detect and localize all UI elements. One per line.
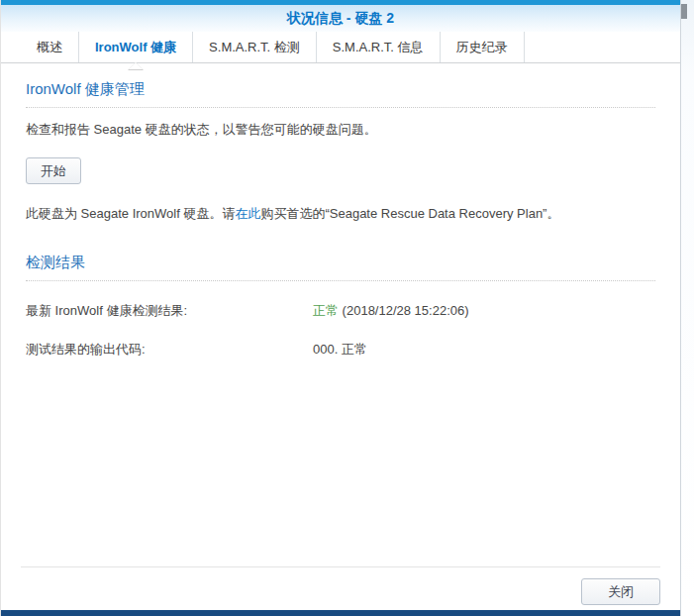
buy-here-link[interactable]: 在此 bbox=[235, 206, 260, 221]
window-right-edge bbox=[680, 0, 694, 616]
promo-text-prefix: 此硬盘为 Seagate IronWolf 硬盘。请 bbox=[26, 206, 235, 221]
latest-result-label: 最新 IronWolf 健康检测结果: bbox=[26, 302, 313, 320]
output-code-value: 000. 正常 bbox=[313, 342, 367, 357]
status-badge: 正常 bbox=[313, 303, 339, 318]
rescue-plan-promo: 此硬盘为 Seagate IronWolf 硬盘。请在此购买首选的“Seagat… bbox=[26, 205, 655, 223]
scrollbar-thumb[interactable] bbox=[681, 4, 687, 19]
tab-label: S.M.A.R.T. 检测 bbox=[209, 40, 300, 54]
start-button[interactable]: 开始 bbox=[26, 157, 81, 184]
dialog-titlebar[interactable]: 状况信息 - 硬盘 2 bbox=[1, 5, 680, 32]
tab-smart-info[interactable]: S.M.A.R.T. 信息 bbox=[317, 32, 441, 62]
close-button[interactable]: 关闭 bbox=[581, 578, 660, 605]
screen: 状况信息 - 硬盘 2 概述 IronWolf 健康 S.M.A.R.T. 检测… bbox=[0, 0, 694, 616]
tab-label: 概述 bbox=[37, 40, 62, 54]
tab-bar: 概述 IronWolf 健康 S.M.A.R.T. 检测 S.M.A.R.T. … bbox=[1, 32, 680, 63]
health-description: 检查和报告 Seagate 硬盘的状态，以警告您可能的硬盘问题。 bbox=[26, 121, 655, 139]
latest-result-timestamp: (2018/12/28 15:22:06) bbox=[339, 303, 469, 318]
window-bottom-accent-strip bbox=[1, 610, 681, 616]
tab-history[interactable]: 历史纪录 bbox=[441, 32, 525, 62]
test-results-section-title: 检测结果 bbox=[26, 254, 655, 281]
dialog-title: 状况信息 - 硬盘 2 bbox=[287, 10, 394, 26]
tab-content: IronWolf 健康管理 检查和报告 Seagate 硬盘的状态，以警告您可能… bbox=[1, 80, 680, 359]
promo-text-suffix: 购买首选的“Seagate Rescue Data Recovery Plan”… bbox=[260, 206, 559, 221]
tab-ironwolf-health[interactable]: IronWolf 健康 bbox=[79, 32, 193, 62]
tab-overview[interactable]: 概述 bbox=[21, 32, 79, 62]
tab-label: S.M.A.R.T. 信息 bbox=[333, 40, 424, 54]
output-code-label: 测试结果的输出代码: bbox=[26, 341, 313, 359]
health-management-section-title: IronWolf 健康管理 bbox=[26, 80, 655, 108]
tab-smart-test[interactable]: S.M.A.R.T. 检测 bbox=[193, 32, 317, 62]
tab-label: 历史纪录 bbox=[456, 40, 508, 54]
dialog-footer: 关闭 bbox=[21, 566, 660, 605]
latest-result-row: 最新 IronWolf 健康检测结果:正常 (2018/12/28 15:22:… bbox=[26, 302, 655, 320]
output-code-row: 测试结果的输出代码:000. 正常 bbox=[26, 341, 655, 359]
tab-label: IronWolf 健康 bbox=[95, 40, 176, 54]
status-info-dialog: 状况信息 - 硬盘 2 概述 IronWolf 健康 S.M.A.R.T. 检测… bbox=[0, 0, 680, 616]
